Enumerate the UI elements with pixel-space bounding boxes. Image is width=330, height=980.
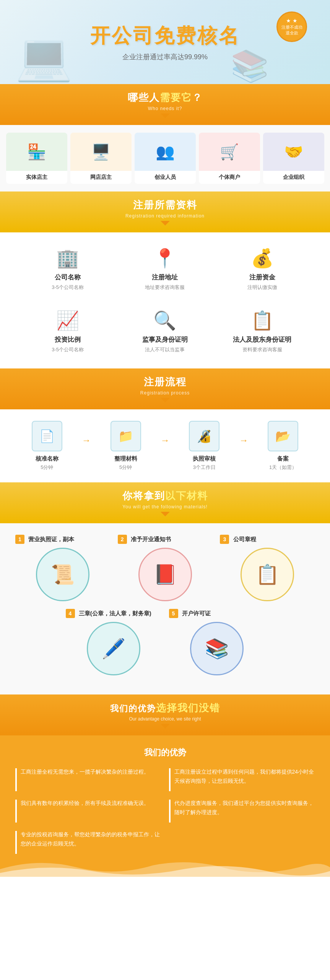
reg-info-title: 注册所需资料 — [8, 198, 322, 212]
process-step-3-name: 执照审核 — [173, 455, 236, 462]
material-title-3: 3 公司章程 — [220, 535, 315, 544]
reg-info-section: 🏢 公司名称 3-5个公司名称 📍 注册地址 地址要求咨询客服 💰 注册资金 注… — [0, 232, 330, 368]
advantage-item-2: 工商注册设立过程中遇到任何问题，我们都将提供24小时全天候咨询指导，让您后顾无忧… — [169, 767, 315, 791]
process-step-4: 📂 备案 1天（如需） — [251, 421, 315, 471]
reg-info-item-2: 📍 注册地址 地址要求咨询客服 — [120, 244, 210, 295]
materials-row-1: 1 营业执照证，副本 📜 2 准予开业通知书 📕 3 公司章程 📋 — [15, 535, 315, 601]
material-item-1: 1 营业执照证，副本 📜 — [15, 535, 110, 601]
material-img-5: 📚 — [190, 622, 244, 675]
hero-title: 开公司免费核名 — [90, 23, 240, 49]
reg-info-desc-4: 3-5个公司名称 — [27, 346, 109, 353]
process-step-2-time: 5分钟 — [94, 464, 158, 471]
reg-info-desc-6: 资料要求咨询客服 — [221, 346, 303, 353]
reg-info-icon-5: 🔍 — [124, 310, 206, 331]
material-img-4: 🖊️ — [87, 622, 140, 675]
hero-section: 💻 📚 开公司免费核名 企业注册通过率高达99.99% ★ ★ 注册不成功 退全… — [0, 0, 330, 84]
who-needs-arrow — [161, 114, 170, 118]
process-title: 注册流程 — [8, 375, 322, 389]
advantage-text-4: 代办进度查询服务，我们通过平台为您提供实时查询服务，随时了解办理进度。 — [174, 799, 315, 817]
advantage-header-section: 我们的优势选择我们没错 Our advantage choice, we sit… — [0, 694, 330, 735]
reg-info-item-4: 📈 投资比例 3-5个公司名称 — [23, 306, 112, 357]
reg-info-title-1: 公司名称 — [27, 273, 109, 282]
process-step-3: 🔏 执照审核 3个工作日 — [173, 421, 236, 471]
advantage-bar-5 — [15, 831, 17, 854]
process-step-1: 📄 核准名称 5分钟 — [15, 421, 79, 471]
reg-info-item-5: 🔍 监事及身份证明 法人不可以当监事 — [120, 306, 210, 357]
advantage-text-2: 工商注册设立过程中遇到任何问题，我们都将提供24小时全天候咨询指导，让您后顾无忧… — [174, 767, 315, 786]
who-card-5-label: 企业组织 — [263, 171, 324, 184]
who-card-1-label: 实体店主 — [6, 171, 67, 184]
our-advantage-section: 我们的优势 工商注册全程无需您来，一揽子解决繁杂的注册过程。 工商注册设立过程中… — [0, 735, 330, 877]
material-item-2: 2 准予开业通知书 📕 — [118, 535, 213, 601]
reg-info-icon-1: 🏢 — [27, 248, 109, 269]
process-step-4-time: 1天（如需） — [251, 464, 315, 471]
reg-info-item-1: 🏢 公司名称 3-5个公司名称 — [23, 244, 112, 295]
reg-info-desc-2: 地址要求咨询客服 — [124, 284, 206, 291]
process-step-2-name: 整理材料 — [94, 455, 158, 462]
reg-info-desc-1: 3-5个公司名称 — [27, 284, 109, 291]
advantage-item-4: 代办进度查询服务，我们通过平台为您提供实时查询服务，随时了解办理进度。 — [169, 799, 315, 823]
who-needs-title: 哪些人需要它？ — [8, 91, 322, 104]
process-step-2: 📁 整理材料 5分钟 — [94, 421, 158, 471]
materials-section: 1 营业执照证，副本 📜 2 准予开业通知书 📕 3 公司章程 📋 4 三章(公… — [0, 523, 330, 694]
material-title-4: 4 三章(公章，法人章，财务章) — [66, 609, 161, 618]
who-card-3-label: 创业人员 — [135, 171, 196, 184]
material-title-5: 5 开户许可证 — [169, 609, 265, 618]
reg-info-title-5: 监事及身份证明 — [124, 335, 206, 344]
reg-info-title-4: 投资比例 — [27, 335, 109, 344]
reg-info-en-subtitle: Registration required information — [8, 213, 322, 219]
advantage-item-1: 工商注册全程无需您来，一揽子解决繁杂的注册过程。 — [15, 767, 161, 791]
hero-laptop-decoration: 💻 — [15, 30, 73, 84]
advantage-text-3: 我们具有数年的积累经验，所有手续及流程准确无误。 — [21, 799, 149, 808]
who-card-3-icon: 👥 — [135, 133, 196, 171]
reg-info-arrow — [161, 221, 170, 226]
process-step-1-time: 5分钟 — [15, 464, 79, 471]
who-card-4-label: 个体商户 — [199, 171, 260, 184]
material-number-2: 2 — [118, 535, 127, 544]
process-steps-container: 📄 核准名称 5分钟 → 📁 整理材料 5分钟 → 🔏 执照审核 3个工作日 →… — [15, 421, 315, 471]
material-number-5: 5 — [169, 609, 178, 618]
advantage-bar-1 — [15, 768, 17, 791]
material-title-1: 1 营业执照证，副本 — [15, 535, 110, 544]
who-needs-grid: 🏪 实体店主 🖥️ 网店店主 👥 创业人员 🛒 个体商户 🤝 企业组织 — [4, 133, 326, 184]
process-section: 📄 核准名称 5分钟 → 📁 整理材料 5分钟 → 🔏 执照审核 3个工作日 →… — [0, 409, 330, 482]
material-number-3: 3 — [220, 535, 229, 544]
who-card-2-label: 网店店主 — [70, 171, 132, 184]
who-card-4: 🛒 个体商户 — [199, 133, 260, 184]
process-step-1-icon: 📄 — [32, 421, 62, 451]
hero-badge: ★ ★ 注册不成功 退全款 — [276, 11, 307, 42]
badge-line1: 注册不成功 — [281, 24, 302, 30]
material-item-4: 4 三章(公章，法人章，财务章) 🖊️ — [66, 609, 161, 675]
advantage-header-arrow — [161, 724, 170, 729]
who-card-3: 👥 创业人员 — [135, 133, 196, 184]
advantage-header-title: 我们的优势选择我们没错 — [8, 701, 322, 715]
material-item-5: 5 开户许可证 📚 — [169, 609, 265, 675]
materials-arrow — [161, 512, 170, 516]
process-step-3-icon: 🔏 — [189, 421, 219, 451]
wave-decoration — [0, 858, 330, 877]
who-needs-header: 哪些人需要它？ Who needs it? — [0, 84, 330, 125]
advantage-text-5: 专业的投税咨询服务，帮您处理繁杂的的税务申报工作，让您的企业运作后顾无忧。 — [21, 830, 161, 849]
reg-info-title-2: 注册地址 — [124, 273, 206, 282]
reg-info-desc-3: 注明认缴实缴 — [221, 284, 303, 291]
materials-header: 你将拿到以下材料 You will get the following mate… — [0, 482, 330, 523]
materials-row-2: 4 三章(公章，法人章，财务章) 🖊️ 5 开户许可证 📚 — [15, 609, 315, 675]
who-needs-en-subtitle: Who needs it? — [8, 106, 322, 111]
hero-subtitle: 企业注册通过率高达99.99% — [90, 52, 240, 62]
process-step-2-icon: 📁 — [111, 421, 141, 451]
advantage-bar-2 — [169, 768, 171, 791]
material-number-4: 4 — [66, 609, 75, 618]
advantage-item-5: 专业的投税咨询服务，帮您处理繁杂的的税务申报工作，让您的企业运作后顾无忧。 — [15, 830, 161, 854]
hero-content: 开公司免费核名 企业注册通过率高达99.99% — [90, 23, 240, 62]
process-arrow-1: → — [82, 435, 91, 446]
reg-info-item-3: 💰 注册资金 注明认缴实缴 — [218, 244, 307, 295]
who-card-2: 🖥️ 网店店主 — [70, 133, 132, 184]
reg-info-icon-2: 📍 — [124, 248, 206, 269]
process-step-3-time: 3个工作日 — [173, 464, 236, 471]
reg-info-icon-6: 📋 — [221, 310, 303, 331]
who-card-5: 🤝 企业组织 — [263, 133, 324, 184]
badge-line2: 退全款 — [286, 30, 298, 36]
process-step-4-name: 备案 — [251, 455, 315, 462]
advantage-bar-4 — [169, 800, 171, 823]
material-img-3: 📋 — [241, 548, 294, 601]
